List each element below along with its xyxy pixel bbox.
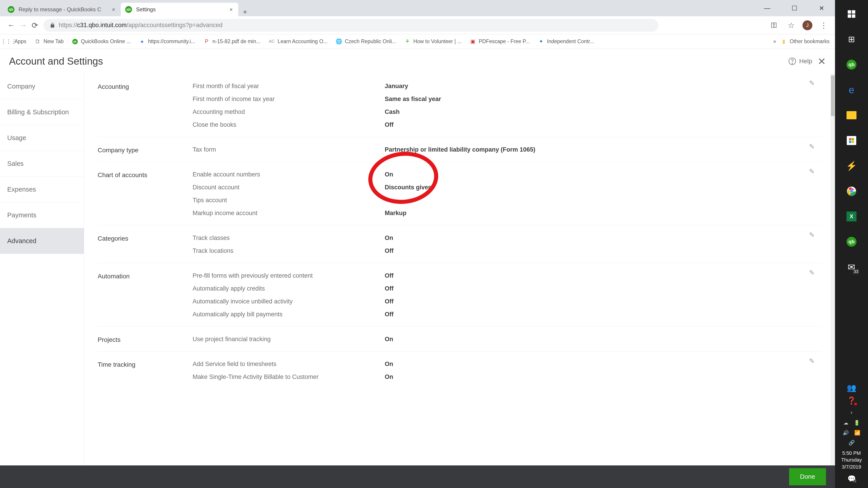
link-icon[interactable]: 🔗 [848, 440, 855, 446]
settings-nav: Company Billing & Subscription Usage Sal… [0, 74, 84, 465]
menu-icon[interactable]: ⋮ [818, 20, 830, 31]
svg-rect-4 [848, 14, 851, 18]
tab-title: Reply to message - QuickBooks C [19, 6, 101, 13]
start-button[interactable] [840, 3, 863, 25]
window-controls: ― ☐ ✕ [754, 0, 835, 16]
svg-point-12 [850, 190, 852, 192]
close-icon[interactable]: × [229, 6, 233, 13]
maximize-button[interactable]: ☐ [781, 0, 808, 16]
url-field[interactable]: https://c31.qbo.intuit.com/app/accountss… [43, 19, 658, 32]
nav-expenses[interactable]: Expenses [0, 177, 84, 202]
windows-taskbar: ⊞ qb e ⚡ X qb ✉33 👥 ❓ ‹ ☁🔋 🔊📶 🔗 5:50 PM … [835, 0, 868, 488]
star-icon[interactable]: ☆ [785, 20, 797, 31]
nav-payments[interactable]: Payments [0, 202, 84, 228]
address-bar: ← → ⟳ https://c31.qbo.intuit.com/app/acc… [0, 16, 835, 34]
bookmark-overflow[interactable]: » [773, 38, 776, 44]
bookmark-item[interactable]: 🌐Czech Republic Onli... [336, 38, 396, 45]
help-tray-icon[interactable]: ❓ [847, 396, 856, 405]
edit-icon[interactable]: ✎ [809, 142, 815, 151]
section-automation[interactable]: Automation Pre-fill forms with previousl… [98, 263, 822, 327]
minimize-button[interactable]: ― [754, 0, 781, 16]
browser-tab-active[interactable]: qb Settings × [121, 3, 238, 16]
people-icon[interactable]: 👥 [847, 383, 856, 392]
forward-button[interactable]: → [17, 20, 29, 31]
browser-tab-bar: qb Reply to message - QuickBooks C × qb … [0, 0, 835, 16]
bookmark-item[interactable]: ACLearn Accounting O... [269, 38, 328, 45]
section-chart-of-accounts[interactable]: Chart of accounts Enable account numbers… [98, 162, 822, 225]
close-window-button[interactable]: ✕ [808, 0, 835, 16]
done-button[interactable]: Done [789, 468, 826, 485]
edit-icon[interactable]: ✎ [809, 231, 815, 239]
browser-tab-inactive[interactable]: qb Reply to message - QuickBooks C × [3, 3, 121, 16]
close-settings-button[interactable]: ✕ [817, 56, 826, 67]
lock-icon [50, 23, 55, 28]
quickbooks-app-icon[interactable]: qb [840, 53, 863, 76]
bookmark-item[interactable]: ▣PDFescape - Free P... [470, 38, 530, 45]
section-accounting[interactable]: Accounting First month of fiscal yearJan… [98, 74, 822, 137]
bookmark-item[interactable]: ●https://community.i... [139, 38, 195, 45]
battery-icon[interactable]: 🔋 [854, 420, 860, 426]
key-icon[interactable]: ⚿ [768, 20, 780, 31]
new-tab-button[interactable]: + [238, 8, 252, 16]
onedrive-icon[interactable]: ☁ [843, 420, 848, 426]
excel-icon[interactable]: X [840, 205, 863, 228]
store-icon[interactable] [840, 129, 863, 152]
bookmark-item[interactable]: qbQuickBooks Online ... [72, 38, 131, 45]
edit-icon[interactable]: ✎ [809, 79, 815, 87]
nav-sales[interactable]: Sales [0, 151, 84, 177]
bookmark-bar: ⋮⋮⋮Apps 🗋New Tab qbQuickBooks Online ...… [0, 34, 835, 49]
volume-icon[interactable]: 🔊 [843, 430, 849, 436]
task-view-icon[interactable]: ⊞ [840, 28, 863, 51]
help-icon [788, 57, 796, 65]
tray-expand-icon[interactable]: ‹ [850, 409, 852, 416]
section-company-type[interactable]: Company type Tax formPartnership or limi… [98, 137, 822, 162]
chrome-icon[interactable] [840, 180, 863, 202]
url-text: https://c31.qbo.intuit.com/app/accountss… [59, 22, 222, 29]
bookmark-item[interactable]: Pn-15-82.pdf de min... [204, 38, 260, 45]
nav-billing[interactable]: Billing & Subscription [0, 99, 84, 125]
bookmark-item[interactable]: 🗋New Tab [34, 38, 64, 45]
svg-rect-8 [849, 141, 851, 143]
settings-header: Account and Settings Help ✕ [0, 49, 835, 74]
svg-rect-5 [852, 14, 855, 18]
nav-company[interactable]: Company [0, 74, 84, 99]
notification-icon[interactable]: 💬31 [847, 475, 856, 483]
bookmark-item[interactable]: ✦Independent Contr... [538, 38, 594, 45]
mail-icon[interactable]: ✉33 [840, 256, 863, 278]
quickbooks-app-icon[interactable]: qb [840, 230, 863, 253]
reload-button[interactable]: ⟳ [29, 20, 41, 31]
nav-usage[interactable]: Usage [0, 125, 84, 151]
help-link[interactable]: Help [788, 57, 812, 65]
wifi-icon[interactable]: 📶 [854, 430, 860, 436]
nav-advanced[interactable]: Advanced [0, 228, 84, 254]
other-bookmarks[interactable]: ▮Other bookmarks [781, 38, 830, 45]
page-title: Account and Settings [9, 56, 103, 67]
edit-icon[interactable]: ✎ [809, 167, 815, 175]
svg-rect-7 [852, 138, 854, 140]
svg-rect-3 [852, 10, 855, 13]
svg-rect-2 [848, 10, 851, 13]
section-projects[interactable]: Projects Use project financial trackingO… [98, 327, 822, 352]
apps-button[interactable]: ⋮⋮⋮Apps [5, 38, 26, 45]
section-categories[interactable]: Categories Track classesOn Track locatio… [98, 225, 822, 263]
back-button[interactable]: ← [5, 20, 17, 31]
svg-point-1 [792, 63, 793, 64]
section-time-tracking[interactable]: Time tracking Add Service field to times… [98, 352, 822, 389]
scrollbar[interactable] [831, 74, 835, 465]
bookmark-item[interactable]: ⚘How to Volunteer | ... [404, 38, 462, 45]
edge-icon[interactable]: e [840, 78, 863, 101]
edit-icon[interactable]: ✎ [809, 269, 815, 276]
edit-icon[interactable]: ✎ [809, 357, 815, 365]
close-icon[interactable]: × [112, 6, 115, 13]
profile-avatar[interactable]: J [802, 20, 812, 30]
app-icon[interactable]: ⚡ [840, 155, 863, 177]
settings-panel: Accounting First month of fiscal yearJan… [84, 74, 835, 465]
svg-rect-6 [849, 138, 851, 140]
system-clock[interactable]: 5:50 PM Thursday 3/7/2019 [841, 450, 862, 470]
file-explorer-icon[interactable] [840, 104, 863, 127]
settings-footer: Done [0, 465, 835, 488]
svg-rect-9 [852, 141, 854, 143]
tab-title: Settings [136, 6, 156, 13]
